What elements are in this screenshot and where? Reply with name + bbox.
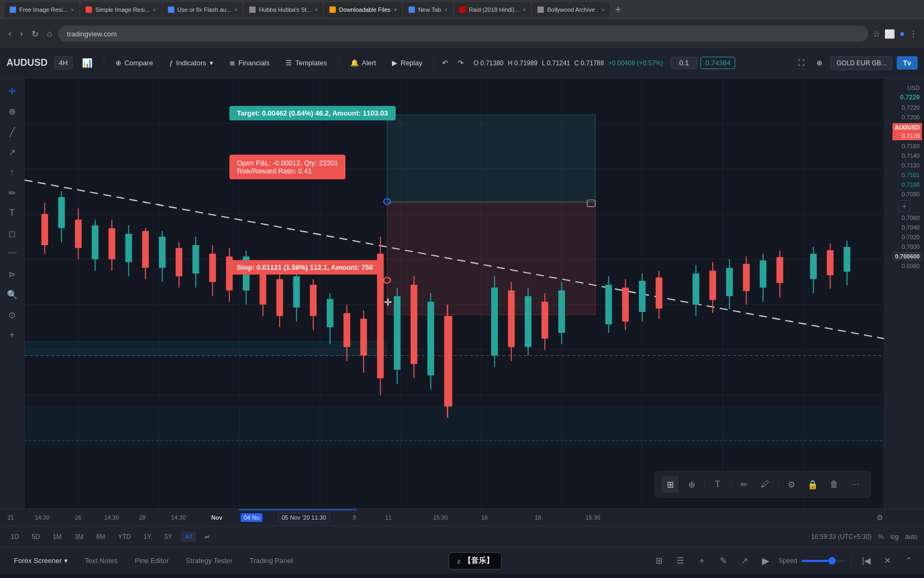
measure-tool[interactable]: ⊳ — [4, 265, 21, 283]
alert-button[interactable]: 🔔 Alert — [343, 55, 383, 71]
timeframe-button[interactable]: 4H — [54, 56, 73, 70]
brush-tool[interactable]: ✏ — [4, 184, 21, 201]
close-icon[interactable]: × — [394, 7, 397, 13]
close-icon[interactable]: × — [602, 7, 605, 13]
forex-screener-button[interactable]: Forex Screener ▾ — [6, 553, 75, 568]
lock-tool-btn[interactable]: 🔒 — [804, 476, 821, 493]
zoom-tool[interactable]: 🔍 — [4, 286, 21, 303]
strategy-tester-button[interactable]: Strategy Tester — [179, 553, 240, 568]
extensions-icon[interactable]: ⬜ — [884, 29, 895, 39]
add-tool-btn[interactable]: ⊕ — [683, 476, 700, 493]
cursor-tool[interactable]: ✛ — [4, 82, 21, 100]
profile-icon[interactable]: ● — [899, 29, 905, 39]
tf-5y[interactable]: 5Y — [160, 531, 176, 542]
more-tools[interactable]: + — [4, 326, 21, 344]
trading-panel-button[interactable]: Trading Panel — [242, 553, 300, 568]
close-icon[interactable]: × — [153, 7, 156, 13]
draw-tool-btn2[interactable]: ☰ — [672, 552, 689, 569]
reload-button[interactable]: ↻ — [29, 27, 41, 41]
tab-free-image[interactable]: Free Image Resi... × — [4, 2, 79, 17]
close-icon[interactable]: × — [444, 7, 448, 13]
play-control-btn[interactable]: ▶ — [757, 552, 774, 569]
tab-hubba[interactable]: Hubba Hubba's St... × — [244, 2, 323, 17]
fullscreen-button[interactable]: ⛶ — [794, 56, 808, 70]
undo-button[interactable]: ↶ — [438, 55, 452, 71]
percent-mode[interactable]: % — [878, 533, 884, 541]
tab-flash[interactable]: Use or fix Flash au... × — [163, 2, 243, 17]
text-notes-button[interactable]: Text Notes — [78, 553, 125, 568]
magnet-tool[interactable]: ⊙ — [4, 306, 21, 323]
tv-logo-button[interactable]: Tv — [897, 56, 918, 70]
forex-screener-label: Forex Screener — [14, 557, 62, 565]
close-icon[interactable]: × — [314, 7, 318, 13]
draw-tool-btn[interactable]: ⊞ — [650, 552, 667, 569]
text-tool[interactable]: T — [4, 204, 21, 222]
crosshair-tool[interactable]: ⊕ — [4, 103, 21, 120]
tf-all[interactable]: All — [181, 531, 196, 542]
trade-stop-box[interactable]: Stop: 0.01121 (1.56%) 112.1, Amount: 750 — [229, 260, 381, 275]
new-tab-button[interactable]: + — [611, 4, 625, 16]
tf-5d[interactable]: 5D — [27, 531, 44, 542]
shape-tool[interactable]: ◻ — [4, 225, 21, 242]
bar-type-icon[interactable]: 📊 — [75, 54, 99, 72]
close-icon[interactable]: × — [235, 7, 238, 13]
more-tool-btn[interactable]: ··· — [847, 476, 864, 493]
tf-1y[interactable]: 1Y — [140, 531, 156, 542]
tab-raid[interactable]: Raid (2018 Hindi)... × — [454, 2, 532, 17]
tab-label: Raid (2018 Hindi)... — [469, 6, 520, 13]
prev-frame-button[interactable]: |◀ — [858, 552, 875, 569]
home-button[interactable]: ⌂ — [45, 27, 55, 41]
fib-tool[interactable]: 〰 — [4, 245, 21, 262]
crosshair-button[interactable]: ⊕ — [813, 56, 826, 70]
close-button[interactable]: ✕ — [879, 552, 896, 569]
tab-downloadable[interactable]: Downloadable Files × — [324, 2, 402, 17]
close-icon[interactable]: × — [522, 7, 526, 13]
music-icon: ♪ — [457, 557, 460, 565]
bookmark-icon[interactable]: ☆ — [873, 29, 880, 39]
log-mode[interactable]: log — [890, 533, 899, 541]
forward-button[interactable]: › — [18, 27, 25, 41]
auto-mode[interactable]: auto — [905, 533, 918, 541]
paint-tool-btn[interactable]: ✏ — [735, 476, 752, 493]
menu-icon[interactable]: ⋮ — [909, 29, 918, 39]
tf-3m[interactable]: 3M — [70, 531, 88, 542]
chart-compare-icon[interactable]: ⇌ — [201, 530, 213, 543]
tab-bollywood[interactable]: Bollywood Archive . × — [532, 2, 610, 17]
plus-icon-box[interactable]: + — [898, 200, 910, 212]
arrow-tool[interactable]: ↑ — [4, 164, 21, 181]
back-button[interactable]: ‹ — [6, 27, 13, 41]
trade-target-box[interactable]: Target: 0.00462 (0.64%) 46.2, Amount: 11… — [229, 106, 396, 120]
speed-slider[interactable] — [802, 560, 844, 562]
draw-tool-btn4[interactable]: ✎ — [714, 552, 732, 569]
settings-tool-btn[interactable]: ⚙ — [783, 476, 800, 493]
cursor-tool-btn[interactable]: ⊞ — [661, 476, 679, 493]
qty-input[interactable] — [671, 57, 697, 69]
replay-button[interactable]: ▶ Replay — [385, 55, 429, 71]
tab-new-tab[interactable]: New Tab × — [403, 2, 452, 17]
text-tool-btn[interactable]: T — [709, 476, 726, 493]
collapse-button[interactable]: ⌃ — [900, 552, 918, 569]
tab-simple-image[interactable]: Simple Image Resi... × — [80, 2, 161, 17]
gold-eur-button[interactable]: GOLD EUR GB... — [830, 56, 892, 70]
close-icon[interactable]: × — [71, 7, 74, 13]
time-axis-settings-icon[interactable]: ⚙ — [876, 513, 883, 522]
pine-editor-button[interactable]: Pine Editor — [127, 553, 176, 568]
redo-button[interactable]: ↷ — [454, 55, 467, 71]
tf-1m[interactable]: 1M — [49, 531, 66, 542]
draw-tool-btn3[interactable]: ⌖ — [693, 552, 710, 569]
ray-tool[interactable]: ↗ — [4, 143, 21, 161]
tf-ytd[interactable]: YTD — [114, 531, 135, 542]
pencil-tool-btn[interactable]: 🖊 — [757, 476, 774, 493]
tf-1d[interactable]: 1D — [6, 531, 23, 542]
tf-6m[interactable]: 6M — [92, 531, 110, 542]
draw-tool-btn5[interactable]: ↗ — [736, 552, 753, 569]
line-tool[interactable]: ╱ — [4, 123, 21, 140]
delete-tool-btn[interactable]: 🗑 — [826, 476, 843, 493]
address-input[interactable] — [58, 26, 868, 42]
trade-pnl-box[interactable]: Open P&L: -0.00012, Qty: 22301 Risk/Rewa… — [229, 155, 345, 179]
indicators-button[interactable]: ƒ Indicators ▾ — [162, 55, 220, 71]
templates-button[interactable]: ☰ Templates — [279, 55, 334, 71]
price-tick: 0.7020 — [899, 232, 922, 242]
compare-button[interactable]: ⊕ Compare — [109, 55, 160, 71]
financials-button[interactable]: ≣ Financials — [222, 55, 277, 71]
